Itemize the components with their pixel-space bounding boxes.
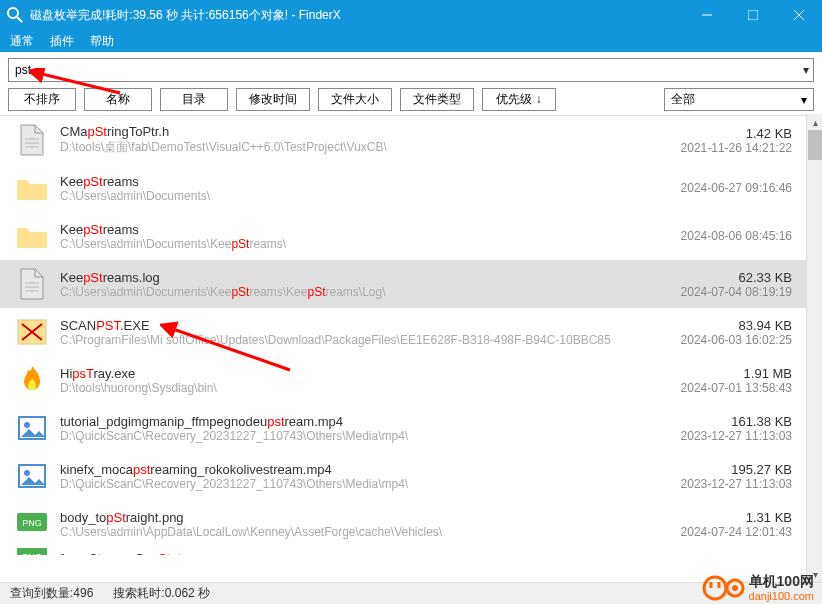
file-date: 2024-06-27 09:16:46 [632, 181, 792, 195]
scrollbar-thumb[interactable] [808, 130, 822, 160]
svg-rect-3 [748, 10, 758, 20]
file-size: 62.33 KB [632, 270, 792, 285]
svg-text:PNG: PNG [22, 552, 42, 555]
menu-plugin[interactable]: 插件 [50, 33, 74, 50]
file-meta: 2024-06-27 09:16:46 [632, 181, 792, 195]
filter-mtime[interactable]: 修改时间 [236, 88, 310, 111]
watermark-main: 单机100网 [749, 574, 814, 589]
file-path: D:\tools\桌面\fab\DemoTest\VisualC++6.0\Te… [60, 139, 632, 156]
file-row[interactable]: kinefx_mocapstreaming_rokokolivestream.m… [0, 452, 806, 500]
file-size: 83.94 KB [632, 318, 792, 333]
file-name: CMapStringToPtr.h [60, 124, 632, 139]
fire-icon [14, 362, 50, 398]
file-row[interactable]: CMapStringToPtr.hD:\tools\桌面\fab\DemoTes… [0, 116, 806, 164]
scrollbar[interactable]: ▴ ▾ [806, 114, 822, 582]
png-icon: PNG [14, 548, 50, 555]
file-info: forceStorageCapState.png [60, 551, 632, 556]
svg-point-18 [24, 470, 30, 476]
file-size: 161.38 KB [632, 414, 792, 429]
file-name: kinefx_mocapstreaming_rokokolivestream.m… [60, 462, 632, 477]
svg-point-16 [24, 422, 30, 428]
window-title: 磁盘枚举完成!耗时:39.56 秒 共计:656156个对象! - Finder… [30, 7, 684, 24]
file-list: CMapStringToPtr.hD:\tools\桌面\fab\DemoTes… [0, 115, 822, 555]
file-row[interactable]: PNGbody_topStraight.pngC:\Users\admin\Ap… [0, 500, 806, 548]
file-info: HipsTray.exeD:\tools\huorong\Sysdiag\bin… [60, 366, 632, 395]
file-row[interactable]: HipsTray.exeD:\tools\huorong\Sysdiag\bin… [0, 356, 806, 404]
close-button[interactable] [776, 0, 822, 30]
file-name: forceStorageCapState.png [60, 551, 632, 556]
filter-row: 不排序 名称 目录 修改时间 文件大小 文件类型 优先级 ↓ 全部 ▾ [0, 86, 822, 115]
filter-name[interactable]: 名称 [84, 88, 152, 111]
file-info: KeepStreamsC:\Users\admin\Documents\ [60, 174, 632, 203]
scroll-up-icon[interactable]: ▴ [807, 114, 822, 130]
search-box: ▾ [8, 58, 814, 82]
search-dropdown-icon[interactable]: ▾ [803, 63, 809, 77]
svg-line-1 [17, 17, 22, 22]
file-size: 1.91 MB [632, 366, 792, 381]
file-row[interactable]: KeepStreams.logC:\Users\admin\Documents\… [0, 260, 806, 308]
file-path: C:\Users\admin\Documents\KeepStreams\ [60, 237, 632, 251]
file-path: D:\QuickScanC\Recovery_20231227_110743\O… [60, 429, 632, 443]
file-size: 1.31 KB [632, 510, 792, 525]
titlebar: 磁盘枚举完成!耗时:39.56 秒 共计:656156个对象! - Finder… [0, 0, 822, 30]
search-input[interactable] [13, 61, 803, 79]
search-area: ▾ [0, 52, 822, 86]
file-path: C:\Users\admin\AppData\LocalLow\Kenney\A… [60, 525, 632, 539]
file-name: HipsTray.exe [60, 366, 632, 381]
file-meta: 1.31 KB2024-07-24 12:01:43 [632, 510, 792, 539]
svg-text:PNG: PNG [22, 518, 42, 528]
exe-x-icon [14, 314, 50, 350]
file-date: 2023-12-27 11:13:03 [632, 477, 792, 491]
filter-size[interactable]: 文件大小 [318, 88, 392, 111]
file-meta: 62.33 KB2024-07-04 08:19:19 [632, 270, 792, 299]
filter-priority[interactable]: 优先级 ↓ [482, 88, 556, 111]
file-date: 2024-06-03 16:02:25 [632, 333, 792, 347]
filter-dir[interactable]: 目录 [160, 88, 228, 111]
svg-point-31 [732, 585, 738, 591]
file-icon [14, 122, 50, 158]
file-row[interactable]: KeepStreamsC:\Users\admin\Documents\Keep… [0, 212, 806, 260]
file-path: C:\Users\admin\Documents\KeepStreams\Kee… [60, 285, 632, 299]
menu-help[interactable]: 帮助 [90, 33, 114, 50]
menu-normal[interactable]: 通常 [10, 33, 34, 50]
file-info: body_topStraight.pngC:\Users\admin\AppDa… [60, 510, 632, 539]
file-row[interactable]: KeepStreamsC:\Users\admin\Documents\2024… [0, 164, 806, 212]
file-date: 2024-07-24 12:01:43 [632, 525, 792, 539]
chevron-down-icon: ▾ [801, 93, 807, 107]
svg-point-27 [704, 577, 726, 599]
svg-point-0 [8, 8, 18, 18]
file-row[interactable]: tutorial_pdgimgmanip_ffmpegnodeupstream.… [0, 404, 806, 452]
file-path: D:\QuickScanC\Recovery_20231227_110743\O… [60, 477, 632, 491]
maximize-button[interactable] [730, 0, 776, 30]
img-icon [14, 458, 50, 494]
filter-nosort[interactable]: 不排序 [8, 88, 76, 111]
file-date: 2023-12-27 11:13:03 [632, 429, 792, 443]
file-row[interactable]: SCANPST.EXEC:\ProgramFiles\Mi softOffice… [0, 308, 806, 356]
file-name: KeepStreams [60, 222, 632, 237]
file-info: CMapStringToPtr.hD:\tools\桌面\fab\DemoTes… [60, 124, 632, 156]
minimize-button[interactable] [684, 0, 730, 30]
statusbar: 查询到数量:496 搜索耗时:0.062 秒 [0, 582, 822, 604]
file-info: SCANPST.EXEC:\ProgramFiles\Mi softOffice… [60, 318, 632, 347]
file-name: body_topStraight.png [60, 510, 632, 525]
folder-icon [14, 218, 50, 254]
file-path: D:\tools\huorong\Sysdiag\bin\ [60, 381, 632, 395]
file-date: 2024-08-06 08:45:16 [632, 229, 792, 243]
file-info: kinefx_mocapstreaming_rokokolivestream.m… [60, 462, 632, 491]
menubar: 通常 插件 帮助 [0, 30, 822, 52]
file-row[interactable]: PNGforceStorageCapState.png [0, 548, 806, 555]
folder-icon [14, 170, 50, 206]
file-info: KeepStreams.logC:\Users\admin\Documents\… [60, 270, 632, 299]
file-meta: 1.42 KB2021-11-26 14:21:22 [632, 126, 792, 155]
file-name: KeepStreams [60, 174, 632, 189]
file-meta: 2024-08-06 08:45:16 [632, 229, 792, 243]
file-date: 2024-07-01 13:58:43 [632, 381, 792, 395]
window-controls [684, 0, 822, 30]
file-path: C:\ProgramFiles\Mi softOffice\Updates\Do… [60, 333, 632, 347]
file-name: KeepStreams.log [60, 270, 632, 285]
file-meta: 1.91 MB2024-07-01 13:58:43 [632, 366, 792, 395]
filter-type[interactable]: 文件类型 [400, 88, 474, 111]
watermark-logo-icon [701, 574, 745, 602]
file-path: C:\Users\admin\Documents\ [60, 189, 632, 203]
filter-all-dropdown[interactable]: 全部 ▾ [664, 88, 814, 111]
